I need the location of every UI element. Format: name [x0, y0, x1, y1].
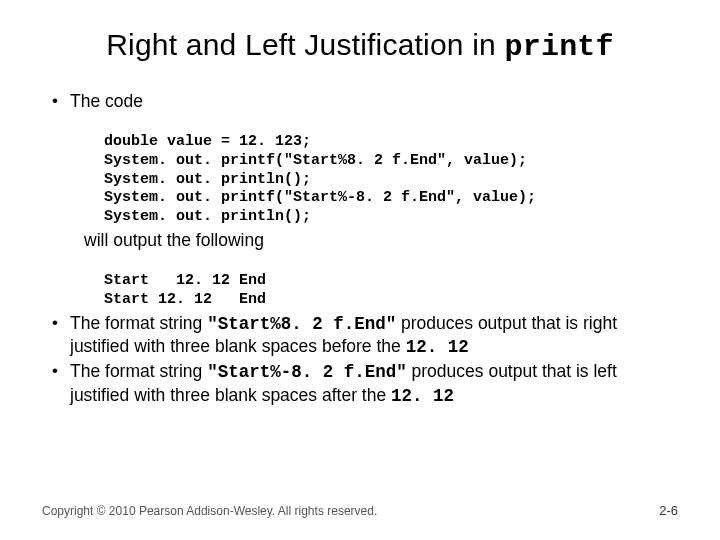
value-code: 12. 12 [391, 386, 454, 406]
output-line: Start 12. 12 End [104, 272, 266, 289]
output-block: Start 12. 12 End Start 12. 12 End [104, 253, 678, 309]
code-line: System. out. printf("Start%8. 2 f.End", … [104, 152, 527, 169]
title-text: Right and Left Justification in [106, 28, 504, 61]
code-line: System. out. println(); [104, 171, 311, 188]
code-line: System. out. printf("Start%-8. 2 f.End",… [104, 189, 536, 206]
bullet-right-justify: The format string "Start%8. 2 f.End" pro… [48, 312, 678, 359]
value-code: 12. 12 [406, 337, 469, 357]
slide: Right and Left Justification in printf T… [0, 0, 720, 540]
output-line: Start 12. 12 End [104, 291, 266, 308]
code-block: double value = 12. 123; System. out. pri… [104, 114, 678, 227]
text-segment: The format string [70, 361, 207, 381]
code-line: System. out. println(); [104, 208, 311, 225]
bullet-code-intro: The code double value = 12. 123; System.… [48, 90, 678, 310]
copyright-text: Copyright © 2010 Pearson Addison-Wesley.… [42, 504, 377, 518]
code-line: double value = 12. 123; [104, 133, 311, 150]
bullet-text: The code [70, 91, 143, 111]
slide-title: Right and Left Justification in printf [42, 28, 678, 64]
bullet-left-justify: The format string "Start%-8. 2 f.End" pr… [48, 360, 678, 407]
format-string-code: "Start%-8. 2 f.End" [207, 362, 407, 382]
text-segment: The format string [70, 313, 207, 333]
page-number: 2-6 [659, 503, 678, 518]
format-string-code: "Start%8. 2 f.End" [207, 314, 396, 334]
bullet-list: The code double value = 12. 123; System.… [42, 90, 678, 407]
title-code: printf [505, 30, 614, 64]
will-output-text: will output the following [84, 229, 678, 251]
